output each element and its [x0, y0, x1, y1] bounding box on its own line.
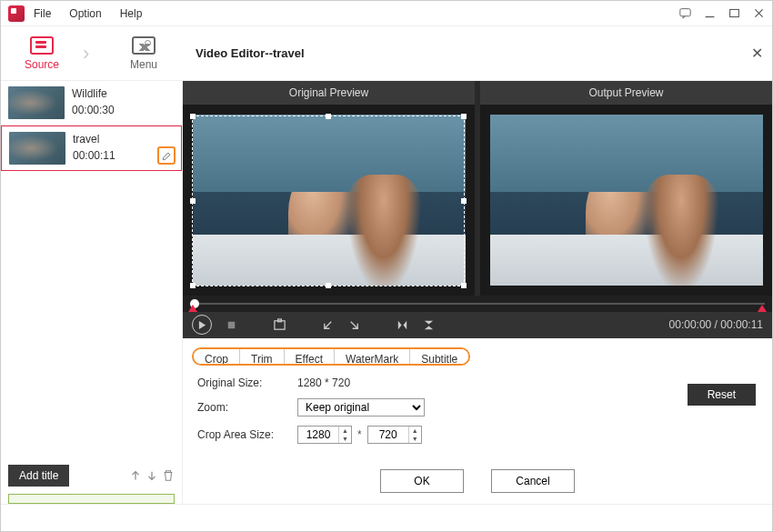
preview-image — [490, 115, 763, 286]
maximize-icon[interactable] — [728, 7, 740, 19]
stop-button[interactable] — [225, 318, 238, 332]
video-editor: Original Preview O — [183, 81, 772, 504]
preview-original: Original Preview — [183, 81, 475, 296]
dialog-buttons: OK Cancel — [183, 464, 772, 504]
menu-help[interactable]: Help — [120, 7, 143, 20]
dimension-separator: * — [357, 428, 362, 441]
crop-form: Original Size: 1280 * 720 Zoom: Keep ori… — [183, 366, 772, 464]
bottom-bar — [1, 504, 772, 531]
preview-output: Output Preview — [480, 81, 772, 296]
clip-duration: 00:00:11 — [73, 149, 115, 164]
crop-height-input[interactable] — [368, 427, 408, 443]
tab-source-label: Source — [25, 58, 59, 71]
move-up-icon[interactable] — [129, 469, 142, 482]
clip-name: Wildlife — [72, 87, 115, 102]
flip-vertical-icon[interactable] — [422, 318, 436, 332]
svg-marker-5 — [199, 321, 206, 329]
tab-chevron-icon: › — [83, 26, 103, 80]
crop-width-input[interactable] — [298, 427, 338, 443]
sidebar-toolbar: Add title — [1, 461, 182, 490]
editor-title: Video Editor--travel — [185, 26, 741, 80]
player-controls: 00:00:00 / 00:00:11 — [183, 312, 772, 338]
rotate-left-icon[interactable] — [321, 318, 335, 332]
time-total: 00:00:11 — [720, 318, 763, 331]
main-area: Wildlife 00:00:30 travel 00:00:11 Add ti… — [1, 81, 772, 504]
close-icon[interactable] — [753, 7, 765, 19]
ok-button[interactable]: OK — [380, 469, 464, 493]
clip-name: travel — [73, 133, 115, 147]
time-display: 00:00:00 / 00:00:11 — [669, 318, 763, 331]
tab-trim[interactable]: Trim — [240, 349, 285, 364]
tab-row: Source › Menu Video Editor--travel ✕ — [1, 26, 772, 81]
crop-handle-box[interactable] — [192, 115, 465, 286]
clip-list: Wildlife 00:00:30 travel 00:00:11 — [1, 81, 182, 171]
menu-icon — [132, 36, 156, 55]
clip-item[interactable]: Wildlife 00:00:30 — [1, 81, 182, 125]
tab-subtitle[interactable]: Subtitle — [410, 349, 468, 364]
play-button[interactable] — [192, 315, 212, 335]
edit-tabs: Crop Trim Effect WaterMark Subtitle — [192, 347, 470, 366]
out-marker-icon[interactable] — [758, 305, 767, 312]
reset-button[interactable]: Reset — [688, 384, 756, 406]
progress-bar — [8, 494, 175, 504]
time-current: 00:00:00 — [669, 318, 712, 331]
preview-output-label: Output Preview — [480, 81, 772, 105]
clip-item[interactable]: travel 00:00:11 — [1, 125, 182, 171]
svg-rect-0 — [680, 9, 690, 16]
preview-output-stage — [480, 105, 772, 296]
preview-row: Original Preview O — [183, 81, 772, 296]
preview-original-label: Original Preview — [183, 81, 475, 105]
svg-rect-2 — [730, 9, 739, 16]
svg-rect-6 — [228, 321, 236, 328]
source-icon — [30, 36, 54, 55]
cancel-button[interactable]: Cancel — [491, 469, 575, 493]
menu-option[interactable]: Option — [69, 7, 101, 20]
snapshot-icon[interactable] — [273, 318, 286, 332]
stepper-down-icon[interactable]: ▼ — [339, 435, 351, 443]
window-controls — [679, 7, 765, 19]
clip-thumb-icon — [9, 132, 65, 165]
zoom-label: Zoom: — [197, 401, 297, 414]
stepper-up-icon[interactable]: ▲ — [409, 427, 421, 435]
rotate-right-icon[interactable] — [347, 318, 361, 332]
preview-original-stage[interactable] — [183, 105, 475, 296]
edit-clip-button[interactable] — [157, 146, 176, 165]
move-down-icon[interactable] — [146, 469, 158, 482]
original-size-value: 1280 * 720 — [297, 376, 350, 389]
pencil-icon — [162, 151, 172, 161]
tab-menu[interactable]: Menu — [103, 26, 185, 80]
clip-thumb-icon — [8, 86, 65, 119]
zoom-select[interactable]: Keep original — [297, 398, 425, 417]
app-logo-icon — [8, 5, 25, 22]
flip-horizontal-icon[interactable] — [396, 318, 409, 332]
crop-area-label: Crop Area Size: — [197, 428, 297, 441]
delete-icon[interactable] — [162, 469, 175, 482]
tab-watermark[interactable]: WaterMark — [335, 349, 410, 364]
stepper-down-icon[interactable]: ▼ — [409, 435, 421, 443]
dialog-close-icon[interactable]: ✕ — [751, 45, 763, 62]
crop-width-stepper[interactable]: ▲▼ — [297, 426, 352, 444]
menu-file[interactable]: File — [34, 7, 51, 20]
sidebar: Wildlife 00:00:30 travel 00:00:11 Add ti… — [1, 81, 183, 504]
tab-effect[interactable]: Effect — [285, 349, 335, 364]
app-menu: File Option Help — [34, 7, 142, 20]
title-bar: File Option Help — [1, 1, 772, 26]
in-marker-icon[interactable] — [188, 305, 197, 312]
tab-source[interactable]: Source — [1, 26, 83, 80]
stepper-up-icon[interactable]: ▲ — [339, 427, 351, 435]
add-title-button[interactable]: Add title — [8, 465, 69, 487]
original-size-label: Original Size: — [197, 376, 297, 389]
clip-duration: 00:00:30 — [72, 104, 115, 118]
feedback-icon[interactable] — [679, 7, 691, 19]
crop-height-stepper[interactable]: ▲▼ — [367, 426, 422, 444]
timeline-track[interactable] — [183, 296, 772, 312]
minimize-icon[interactable] — [704, 7, 716, 19]
tab-crop[interactable]: Crop — [194, 349, 240, 364]
tab-menu-label: Menu — [130, 58, 157, 71]
